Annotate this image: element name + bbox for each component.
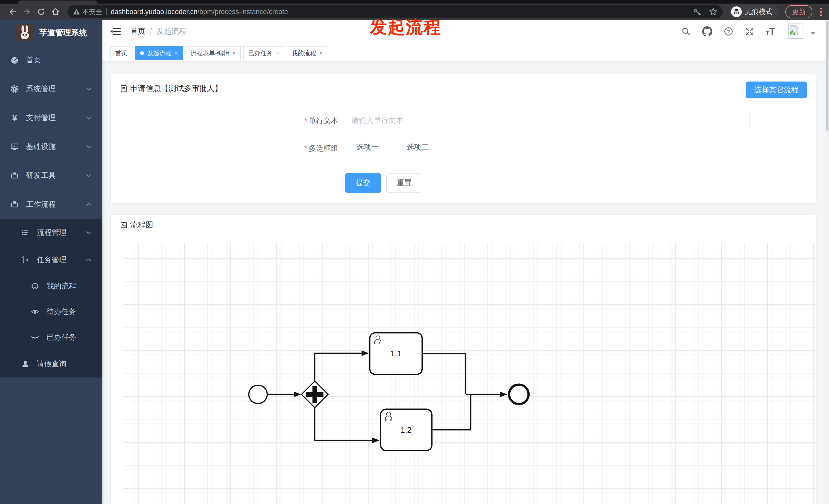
tab-label: 首页 bbox=[115, 49, 128, 57]
bpmn-start-event[interactable] bbox=[249, 385, 267, 403]
tab-close-icon[interactable]: × bbox=[232, 50, 236, 56]
checkbox-icon[interactable] bbox=[345, 144, 352, 151]
bpmn-user-task-2[interactable]: 1.2 bbox=[381, 409, 432, 451]
bpmn-parallel-gateway[interactable] bbox=[301, 381, 328, 408]
tab-close-icon[interactable]: × bbox=[175, 50, 178, 56]
gear-icon bbox=[10, 85, 19, 93]
checkbox-icon[interactable] bbox=[395, 144, 402, 151]
back-button[interactable] bbox=[7, 6, 19, 17]
sidebar-fold-icon[interactable] bbox=[110, 27, 121, 36]
tab-my-process[interactable]: 我的流程 × bbox=[287, 46, 328, 60]
sidebar-menu: 首页 系统管理 ¥ 支付管理 基础设施 bbox=[0, 45, 102, 378]
page-scrollbar[interactable] bbox=[825, 20, 829, 504]
apply-card-header: 申请信息【测试多审批人】 bbox=[111, 74, 816, 103]
scrollbar-thumb[interactable] bbox=[826, 21, 828, 131]
user-icon bbox=[21, 360, 30, 368]
chevron-down-icon bbox=[86, 87, 92, 90]
image-icon bbox=[120, 221, 128, 229]
sidebar-item-system[interactable]: 系统管理 bbox=[0, 74, 102, 103]
home-button[interactable] bbox=[49, 6, 61, 17]
choose-other-process-button[interactable]: 选择其它流程 bbox=[746, 81, 807, 99]
sidebar-item-my-process[interactable]: 我的流程 bbox=[0, 273, 102, 299]
sidebar-item-process-mgmt[interactable]: 流程管理 bbox=[0, 219, 102, 246]
flow-gateway-to-task1 bbox=[315, 353, 368, 381]
checkbox-option-label: 选项二 bbox=[406, 142, 429, 152]
password-key-icon[interactable] bbox=[693, 7, 702, 16]
sidebar-item-label: 首页 bbox=[26, 55, 41, 65]
sidebar-item-task-mgmt[interactable]: 任务管理 bbox=[0, 246, 102, 273]
app-logo[interactable]: 芋道管理系统 bbox=[0, 20, 102, 45]
reset-button[interactable]: 重置 bbox=[386, 173, 422, 193]
tab-done-tasks[interactable]: 已办任务 × bbox=[244, 46, 284, 60]
browser-menu-icon[interactable] bbox=[820, 8, 822, 16]
bpmn-end-event[interactable] bbox=[509, 385, 529, 404]
warning-icon bbox=[73, 8, 80, 15]
yen-icon: ¥ bbox=[10, 114, 19, 122]
chevron-down-icon bbox=[86, 145, 92, 148]
font-size-icon[interactable]: TT bbox=[766, 27, 775, 36]
breadcrumb: 首页 / 发起流程 bbox=[131, 26, 186, 37]
url-divider bbox=[106, 8, 107, 15]
required-mark: * bbox=[304, 117, 307, 125]
sidebar-item-infra[interactable]: 基础设施 bbox=[0, 132, 102, 161]
bpmn-user-task-1[interactable]: 1.1 bbox=[370, 333, 422, 375]
tag-tabs-bar: 首页 发起流程 × 流程表单-编辑 × 已办任务 × 我的流程 × bbox=[102, 43, 829, 61]
apply-info-card: 申请信息【测试多审批人】 选择其它流程 *单行文本 *多选框组 选项一 bbox=[110, 74, 816, 203]
checkbox-option-2[interactable]: 选项二 bbox=[395, 142, 429, 152]
bpmn-diagram: 1.1 1.2 bbox=[123, 243, 816, 504]
sidebar-item-label: 研发工具 bbox=[26, 170, 56, 181]
logo-image bbox=[16, 24, 33, 41]
checkbox-group: 选项一 选项二 bbox=[345, 140, 429, 155]
submit-button[interactable]: 提交 bbox=[345, 173, 381, 193]
avatar[interactable] bbox=[788, 24, 803, 39]
single-line-text-input[interactable] bbox=[345, 111, 750, 130]
eye-closed-icon bbox=[31, 333, 39, 342]
url-text[interactable]: dashboard.yudao.iocoder.cn/bpm/process-i… bbox=[111, 8, 690, 16]
breadcrumb-home[interactable]: 首页 bbox=[131, 26, 145, 37]
sidebar-item-label: 任务管理 bbox=[37, 255, 67, 265]
browser-active-tab[interactable] bbox=[18, 1, 97, 4]
sidebar-item-label: 支付管理 bbox=[26, 113, 56, 123]
sidebar: 芋道管理系统 首页 系统管理 ¥ 支付管理 bbox=[0, 20, 102, 504]
avatar-dropdown-caret[interactable] bbox=[810, 32, 816, 35]
refresh-button[interactable] bbox=[35, 6, 47, 17]
browser-update-button[interactable]: 更新 bbox=[785, 5, 813, 18]
breadcrumb-current: 发起流程 bbox=[156, 26, 186, 37]
list-icon bbox=[21, 228, 30, 237]
checkbox-option-1[interactable]: 选项一 bbox=[345, 142, 379, 152]
sidebar-item-leave-query[interactable]: 请假查询 bbox=[0, 350, 102, 378]
face-icon bbox=[31, 282, 39, 290]
page-content: 申请信息【测试多审批人】 选择其它流程 *单行文本 *多选框组 选项一 bbox=[102, 61, 829, 504]
tab-close-icon[interactable]: × bbox=[276, 50, 279, 56]
sidebar-item-todo-tasks[interactable]: 待办任务 bbox=[0, 299, 102, 324]
sidebar-item-workflow[interactable]: 工作流程 bbox=[0, 190, 102, 219]
incognito-icon bbox=[731, 6, 742, 17]
text-field-label: *单行文本 bbox=[111, 116, 338, 126]
sidebar-item-label: 工作流程 bbox=[26, 199, 56, 209]
security-label[interactable]: 不安全 bbox=[82, 7, 102, 16]
apply-card-title: 申请信息【测试多审批人】 bbox=[130, 83, 222, 94]
forward-button[interactable] bbox=[21, 6, 33, 17]
search-icon[interactable] bbox=[681, 27, 691, 36]
flow-task2-join bbox=[432, 395, 471, 430]
bookmark-star-icon[interactable] bbox=[709, 7, 718, 16]
fullscreen-icon[interactable] bbox=[745, 27, 754, 36]
tab-home[interactable]: 首页 bbox=[110, 46, 133, 60]
incognito-badge: 无痕模式 bbox=[729, 5, 778, 18]
bpmn-canvas[interactable]: 1.1 1.2 bbox=[123, 243, 816, 504]
browser-tab-strip bbox=[0, 0, 829, 4]
sidebar-item-payment[interactable]: ¥ 支付管理 bbox=[0, 103, 102, 132]
breadcrumb-separator: / bbox=[150, 27, 152, 36]
tab-close-icon[interactable]: × bbox=[319, 50, 323, 56]
sidebar-item-done-tasks[interactable]: 已办任务 bbox=[0, 324, 102, 350]
tab-start-process[interactable]: 发起流程 × bbox=[135, 46, 183, 60]
sidebar-item-home[interactable]: 首页 bbox=[0, 45, 102, 74]
sidebar-item-label: 我的流程 bbox=[46, 281, 76, 292]
sidebar-item-label: 已办任务 bbox=[46, 332, 76, 343]
flow-card-title: 流程图 bbox=[130, 220, 153, 230]
sidebar-item-label: 系统管理 bbox=[26, 84, 56, 94]
help-icon[interactable]: ? bbox=[724, 27, 733, 36]
github-icon[interactable] bbox=[702, 26, 712, 37]
sidebar-item-devtools[interactable]: 研发工具 bbox=[0, 161, 102, 190]
tab-form-edit[interactable]: 流程表单-编辑 × bbox=[186, 46, 241, 60]
